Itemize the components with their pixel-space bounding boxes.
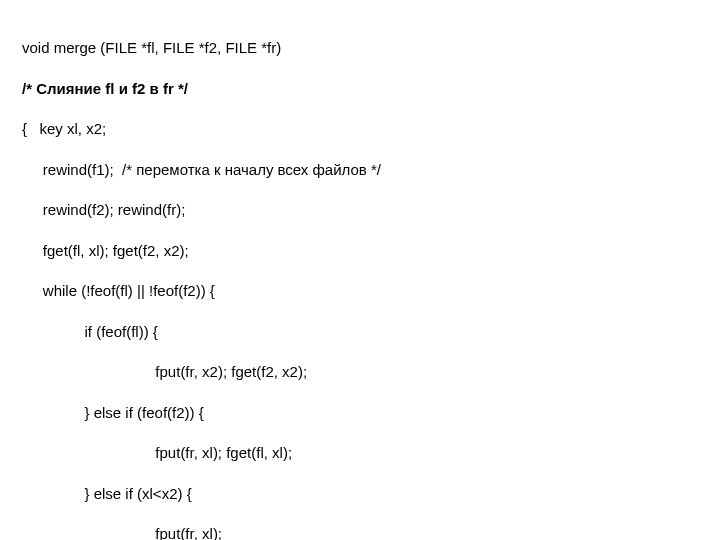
code-text: while (!feof(fl) || !feof(f2)) { xyxy=(22,282,215,299)
code-line: while (!feof(fl) || !feof(f2)) { xyxy=(22,281,698,301)
code-line: void merge (FILE *fl, FILE *f2, FILE *fr… xyxy=(22,38,698,58)
code-text: fget(fl, xl); fget(f2, x2); xyxy=(22,242,189,259)
code-text: fput(fr, xl); fget(fl, xl); xyxy=(22,444,292,461)
code-line: } else if (xl<x2) { xyxy=(22,484,698,504)
code-line: /* Слияние fl и f2 в fr */ xyxy=(22,79,698,99)
code-text: fput(fr, xl); xyxy=(22,525,222,540)
code-line: fput(fr, xl); xyxy=(22,524,698,540)
code-line: { key xl, x2; xyxy=(22,119,698,139)
code-text: } else if (xl<x2) { xyxy=(22,485,192,502)
code-line: rewind(f1); /* перемотка к началу всех ф… xyxy=(22,160,698,180)
code-text: { key xl, x2; xyxy=(22,120,106,137)
code-text: void merge (FILE *fl, FILE *f2, FILE *fr… xyxy=(22,39,281,56)
code-text: /* Слияние fl и f2 в fr */ xyxy=(22,80,188,97)
code-text: rewind(f1); /* перемотка к началу всех ф… xyxy=(22,161,381,178)
code-line: fput(fr, x2); fget(f2, x2); xyxy=(22,362,698,382)
code-text: } else if (feof(f2)) { xyxy=(22,404,204,421)
code-line: if (feof(fl)) { xyxy=(22,322,698,342)
code-text: rewind(f2); rewind(fr); xyxy=(22,201,185,218)
code-text: if (feof(fl)) { xyxy=(22,323,158,340)
code-line: rewind(f2); rewind(fr); xyxy=(22,200,698,220)
code-block: void merge (FILE *fl, FILE *f2, FILE *fr… xyxy=(22,18,698,540)
code-text: fput(fr, x2); fget(f2, x2); xyxy=(22,363,307,380)
code-line: fget(fl, xl); fget(f2, x2); xyxy=(22,241,698,261)
code-line: } else if (feof(f2)) { xyxy=(22,403,698,423)
code-line: fput(fr, xl); fget(fl, xl); xyxy=(22,443,698,463)
